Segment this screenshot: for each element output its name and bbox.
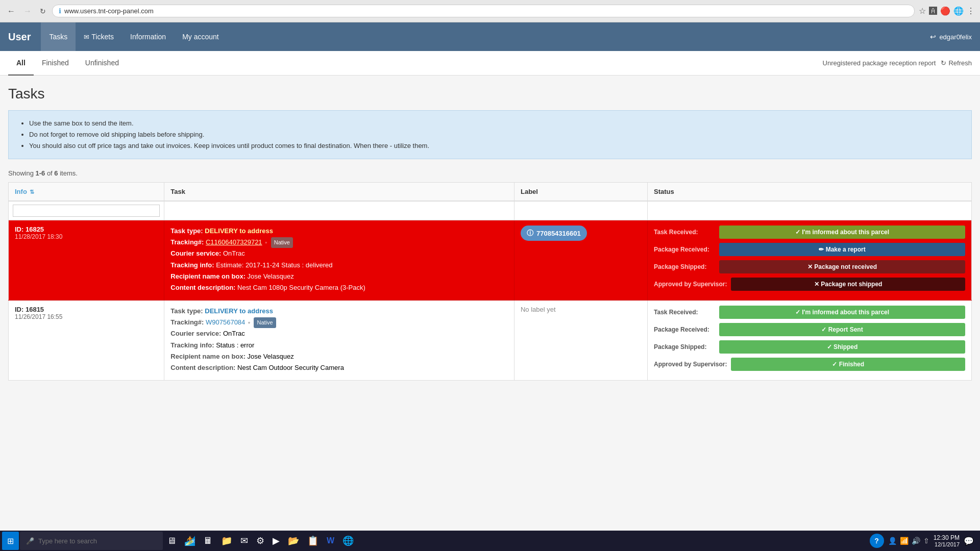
username-label: edgar0felix [939,33,972,41]
nav-information[interactable]: Information [122,22,174,51]
row2-status-btn-3[interactable]: ✓ Finished [731,358,965,371]
refresh-icon: ↻ [941,59,946,67]
files-icon[interactable]: 📂 [285,532,302,550]
browser-taskbar-icon[interactable]: 🏄 [181,532,199,550]
filter-bar-right: Unregistered package reception report ↻ … [823,59,972,67]
info-bullet-3: You should also cut off price tags and t… [29,140,961,152]
notifications-icon[interactable]: 💬 [964,536,974,546]
menu-icon[interactable]: ⋮ [967,6,975,16]
row1-status-received: Task Received: ✓ I'm informed about this… [654,226,965,239]
nav-tickets-label: Tickets [91,33,114,41]
row1-status-pkg-received: Package Received: ✏ Make a report [654,243,965,256]
nav-tasks[interactable]: Tasks [41,22,76,51]
filter-cell-task [164,201,514,220]
filter-cell-label [514,201,647,220]
row2-task-type[interactable]: DELIVERY to address [205,307,273,315]
row1-status-btn-1[interactable]: ✏ Make a report [719,243,965,256]
row2-task-type-label: Task type: [170,307,203,315]
row2-task-detail: Task type: DELIVERY to address Tracking#… [170,306,508,373]
filter-tab-finished[interactable]: Finished [34,51,77,76]
row1-status-btn-0[interactable]: ✓ I'm informed about this parcel [719,226,965,239]
row1-task-type-label: Task type: [170,227,203,235]
row2-tracking-info-label: Tracking info: [170,341,214,349]
row1-task-id: ID: 16825 [15,226,158,233]
table-filter-row [9,201,972,220]
row1-status-label-3: Approved by Supervisor: [654,281,727,288]
filter-bar: All Finished Unfinished Unregistered pac… [0,51,980,76]
row2-status-pkg-shipped: Package Shipped: ✓ Shipped [654,340,965,354]
filter-tab-all[interactable]: All [8,51,34,76]
nav-tickets[interactable]: ✉ Tickets [76,22,122,51]
row2-status-label-2: Package Shipped: [654,343,715,350]
row2-status-btn-0[interactable]: ✓ I'm informed about this parcel [719,306,965,319]
extension-icon1[interactable]: 🅰 [929,7,937,16]
filter-info-input[interactable] [13,205,160,217]
help-icon[interactable]: ? [870,534,884,548]
settings-icon[interactable]: ⚙ [253,532,267,550]
lock-icon: ℹ [59,7,61,15]
row2-status-cell: Task Received: ✓ I'm informed about this… [648,300,972,381]
info-dot-icon: ⓘ [527,229,533,238]
folder-icon[interactable]: 📁 [218,532,235,550]
row1-label-value: 770854316601 [536,230,581,237]
clock-time: 12:30 PM [934,534,960,541]
back-button[interactable]: ← [5,5,17,18]
nav-information-label: Information [130,33,166,41]
row2-content-label: Content description: [170,364,235,371]
row2-native-badge: Native [254,317,276,328]
filter-cell-info [9,201,164,220]
forward-button[interactable]: → [21,5,34,18]
microphone-icon: 🎤 [26,537,34,545]
row2-status-label-1: Package Received: [654,326,715,333]
nav-myaccount[interactable]: My account [174,22,227,51]
word-icon[interactable]: W [324,532,337,550]
table-header-row: Info ⇅ Task Label Status [9,183,972,202]
chrome-taskbar-icon[interactable]: 🌐 [339,532,357,550]
row2-status-approved: Approved by Supervisor: ✓ Finished [654,358,965,371]
row2-status-btn-1[interactable]: ✓ Report Sent [719,323,965,336]
row1-content-label: Content description: [170,284,235,291]
refresh-label: Refresh [948,59,972,67]
row1-tracking-number[interactable]: C11606407329721 [206,238,262,246]
row2-content: Nest Cam Outdoor Security Camera [237,364,344,371]
clipboard-icon[interactable]: 📋 [304,532,322,550]
row2-tracking-number[interactable]: W907567084 [206,318,245,326]
info-box: Use the same box to send the item. Do no… [8,110,972,159]
row1-courier: OnTrac [223,249,245,257]
th-info[interactable]: Info ⇅ [9,183,164,202]
page-title: Tasks [8,86,972,102]
mail-taskbar-icon[interactable]: ✉ [237,532,251,550]
th-task: Task [164,183,514,202]
row1-task-cell: Task type: DELIVERY to address Tracking#… [164,220,514,300]
start-button[interactable]: ⊞ [2,532,19,550]
extension-icon2[interactable]: 🔴 [940,6,950,16]
row2-statuses: Task Received: ✓ I'm informed about this… [654,306,965,371]
row2-label-cell: No label yet [514,300,647,381]
row2-status-btn-2[interactable]: ✓ Shipped [719,340,965,354]
page-refresh-button[interactable]: ↻ [38,5,48,17]
taskview-icon[interactable]: 🖥 [164,532,179,550]
extension-icon3[interactable]: 🌐 [953,6,964,16]
row1-status-approved: Approved by Supervisor: ✕ Package not sh… [654,278,965,291]
table-row: ID: 16825 11/28/2017 18:30 Task type: DE… [9,220,972,300]
up-arrow-icon[interactable]: ⇧ [923,537,929,545]
row2-recipient: Jose Velasquez [248,353,294,360]
calculator-icon[interactable]: 🖩 [201,532,216,550]
url-input[interactable] [64,7,908,15]
row1-status-label-2: Package Shipped: [654,263,715,270]
logout-icon: ↩ [930,33,936,41]
taskbar-search-input[interactable] [38,537,157,545]
star-icon[interactable]: ☆ [919,6,926,16]
row1-label-badge: ⓘ 770854316601 [521,226,587,241]
table-row: ID: 16815 11/26/2017 16:55 Task type: DE… [9,300,972,381]
row1-status-btn-2[interactable]: ✕ Package not received [719,260,965,273]
info-bullet-list: Use the same box to send the item. Do no… [19,118,961,152]
nav-myaccount-label: My account [182,33,219,41]
row1-status-btn-3[interactable]: ✕ Package not shipped [731,278,965,291]
media-icon[interactable]: ▶ [270,532,283,550]
filter-tab-unfinished[interactable]: Unfinished [77,51,127,76]
refresh-button[interactable]: ↻ Refresh [941,59,972,67]
row1-task-type[interactable]: DELIVERY to address [205,227,273,235]
row2-courier: OnTrac [223,330,245,337]
row1-status-label-1: Package Received: [654,246,715,253]
